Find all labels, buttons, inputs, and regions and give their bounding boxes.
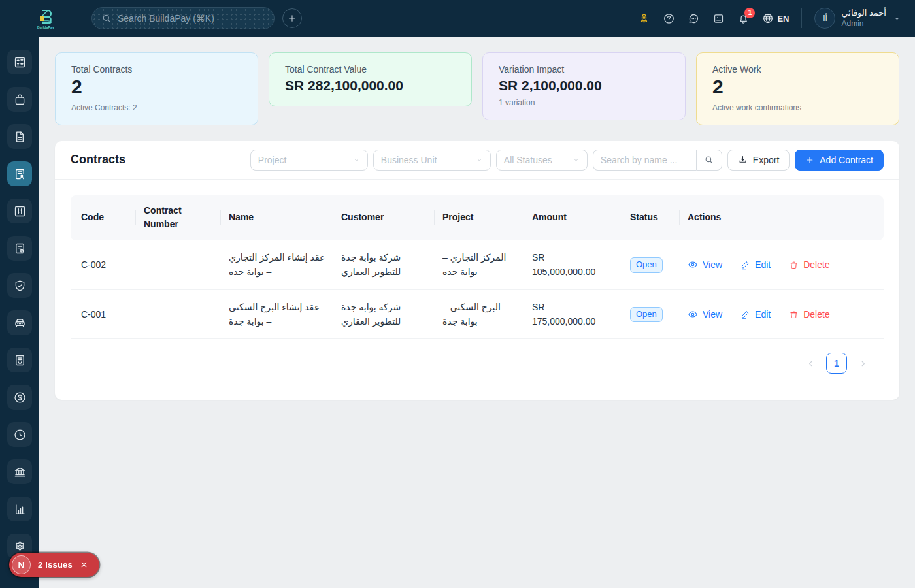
docs-icon[interactable] — [712, 12, 725, 25]
view-button[interactable]: View — [688, 259, 722, 270]
nextjs-logo-icon: N — [12, 555, 31, 574]
add-contract-button[interactable]: Add Contract — [795, 150, 884, 171]
main-content: Total Contracts 2 Active Contracts: 2 To… — [39, 37, 915, 588]
search-icon — [101, 13, 112, 24]
clock-icon — [13, 428, 27, 442]
sidebar-item-contracts[interactable] — [7, 161, 32, 186]
rocket-icon[interactable] — [638, 12, 650, 25]
stat-subtext: 1 variation — [499, 98, 669, 107]
contracts-table-wrap: Code Contract Number Name Customer Proje… — [55, 180, 899, 340]
header-status: Status — [622, 195, 680, 240]
next-page-button[interactable] — [852, 353, 873, 374]
chevron-down-icon — [353, 156, 360, 163]
sidebar-item-payments[interactable] — [7, 385, 32, 410]
delete-label: Delete — [803, 259, 829, 270]
stat-subtext: Active work confirmations — [712, 103, 883, 112]
export-label: Export — [753, 155, 779, 165]
shopping-bag-icon — [13, 93, 27, 106]
stat-card-total-value: Total Contract Value SR 282,100,000.00 — [269, 52, 472, 106]
view-label: View — [703, 309, 722, 319]
status-badge: Open — [630, 307, 663, 323]
cell-name: عقد إنشاء المركز التجاري – بوابة جدة — [221, 240, 333, 290]
cell-amount: SR 175,000,000.00 — [524, 290, 622, 340]
page-title: Contracts — [71, 153, 125, 167]
delete-button[interactable]: Delete — [789, 259, 829, 270]
globe-icon — [762, 12, 774, 24]
export-button[interactable]: Export — [727, 150, 790, 171]
cell-code: C-002 — [71, 240, 136, 290]
quick-add-button[interactable] — [282, 8, 302, 28]
edit-label: Edit — [755, 259, 771, 270]
sidebar-item-procurement[interactable] — [7, 87, 32, 112]
edit-label: Edit — [755, 309, 771, 319]
help-icon[interactable] — [663, 12, 675, 25]
table-row: C-002 عقد إنشاء المركز التجاري – بوابة ج… — [71, 240, 884, 290]
name-search-button[interactable] — [696, 150, 722, 171]
amount-currency: SR — [532, 250, 614, 265]
business-unit-filter-select[interactable]: Business Unit — [373, 150, 491, 171]
cell-actions: View Edit — [680, 240, 884, 290]
topbar-divider — [801, 8, 802, 28]
sidebar-item-reports[interactable] — [7, 497, 32, 521]
stat-value: 2 — [71, 76, 242, 99]
previous-page-button[interactable] — [800, 353, 821, 374]
header-contract-number: Contract Number — [136, 195, 221, 240]
sidebar-item-variations[interactable] — [7, 199, 32, 223]
delete-button[interactable]: Delete — [789, 309, 829, 319]
header-customer: Customer — [333, 195, 435, 240]
plus-icon — [287, 13, 297, 24]
sidebar-item-fleet[interactable] — [7, 310, 32, 335]
project-filter-placeholder: Project — [258, 155, 287, 165]
amount-value: 175,000,000.00 — [532, 314, 614, 329]
edit-button[interactable]: Edit — [740, 259, 771, 270]
app-logo[interactable]: BuildaPay — [37, 8, 54, 29]
language-selector[interactable]: EN — [762, 12, 789, 24]
search-icon — [704, 155, 714, 165]
global-search-input[interactable]: Search BuildaPay (⌘K) — [92, 7, 274, 29]
header-actions: Actions — [680, 195, 884, 240]
car-icon — [13, 316, 27, 330]
sidebar-nav — [0, 37, 39, 588]
header-amount: Amount — [524, 195, 622, 240]
name-search-group — [593, 150, 722, 171]
name-search-input[interactable] — [593, 150, 696, 171]
sidebar-item-invoices[interactable] — [7, 348, 32, 372]
page-number-button[interactable]: 1 — [826, 353, 847, 374]
topbar: BuildaPay Search BuildaPay (⌘K) — [0, 0, 915, 37]
sidebar-item-compliance[interactable] — [7, 273, 32, 298]
sidebar-item-banking[interactable] — [7, 459, 32, 484]
stat-value: 2 — [712, 76, 883, 99]
sidebar-item-documents[interactable] — [7, 124, 32, 149]
edit-button[interactable]: Edit — [740, 309, 771, 319]
avatar: أا — [814, 8, 835, 29]
status-filter-select[interactable]: All Statuses — [496, 150, 588, 171]
sidebar-item-timesheets[interactable] — [7, 422, 32, 447]
stat-label: Total Contract Value — [285, 64, 456, 74]
stat-value: SR 282,100,000.00 — [285, 77, 456, 93]
amount-value: 105,000,000.00 — [532, 265, 614, 279]
delete-label: Delete — [803, 309, 829, 319]
project-filter-select[interactable]: Project — [250, 150, 368, 171]
dev-issues-badge[interactable]: N 2 Issues — [9, 553, 99, 577]
chat-icon[interactable] — [688, 12, 700, 25]
cell-amount: SR 105,000,000.00 — [524, 240, 622, 290]
global-search-placeholder: Search BuildaPay (⌘K) — [118, 13, 214, 24]
contracts-panel-header: Contracts Project Business Unit All Stat… — [55, 141, 899, 180]
sidebar-item-work-confirmations[interactable] — [7, 236, 32, 261]
eye-icon — [688, 259, 698, 270]
stat-label: Total Contracts — [71, 64, 242, 74]
close-icon[interactable] — [80, 561, 90, 569]
sidebar-item-estimates[interactable] — [7, 50, 32, 74]
trash-icon — [789, 260, 799, 270]
view-button[interactable]: View — [688, 309, 722, 319]
header-code: Code — [71, 195, 136, 240]
buildapay-logo-icon — [37, 8, 54, 25]
notifications-bell-icon[interactable]: 1 — [737, 12, 750, 25]
eye-icon — [688, 309, 698, 319]
dollar-icon — [13, 391, 27, 404]
contracts-filters: Project Business Unit All Statuses — [250, 150, 884, 171]
cell-contract-number — [136, 290, 221, 340]
user-menu[interactable]: أا أحمد الوفائي Admin — [814, 8, 901, 29]
bar-chart-icon — [13, 502, 27, 516]
chevron-down-icon — [893, 15, 901, 22]
